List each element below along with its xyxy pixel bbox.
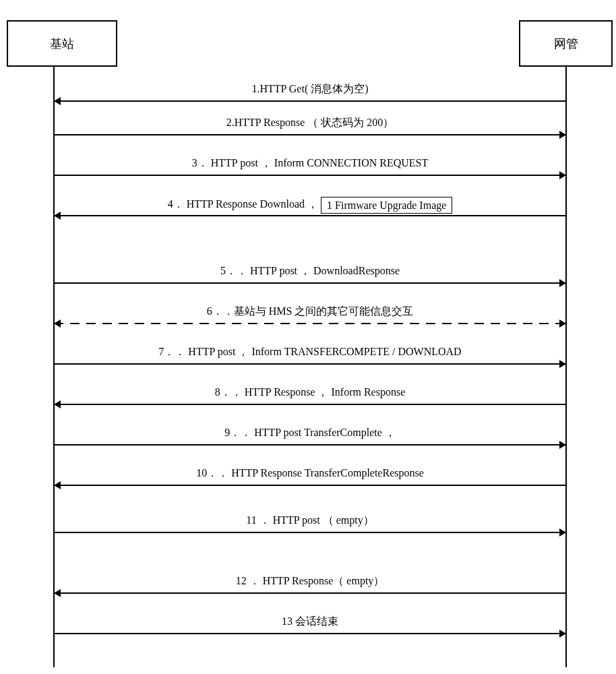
svg-marker-24 <box>54 589 61 597</box>
message-label-12: 12 ． HTTP Response（ empty） <box>54 574 566 587</box>
svg-marker-20 <box>54 481 61 489</box>
svg-marker-26 <box>559 630 566 638</box>
svg-marker-12 <box>559 319 566 328</box>
svg-marker-5 <box>559 171 566 179</box>
message-label-5: 5．． HTTP post ， DownloadResponse <box>54 264 566 277</box>
message-label-6: 6．．基站与 HMS 之间的其它可能信息交互 <box>54 305 566 317</box>
actor-right-label: 网管 <box>554 36 578 52</box>
message-label-2: 2.HTTP Response （ 状态码为 200） <box>54 116 566 129</box>
svg-marker-22 <box>559 528 566 537</box>
message-label-11: 11 ． HTTP post （ empty） <box>54 514 566 526</box>
actor-right-box: 网管 <box>519 20 613 67</box>
message-label-13: 13 会话结束 <box>54 615 566 627</box>
message-label-9: 9．． HTTP post TransferComplete ， <box>54 426 566 439</box>
svg-marker-1 <box>54 97 61 105</box>
svg-marker-18 <box>559 441 566 449</box>
message-label-8: 8．． HTTP Response ， Inform Response <box>54 386 566 398</box>
svg-marker-11 <box>54 319 61 328</box>
message-label-10: 10．． HTTP Response TransferCompleteRespo… <box>54 466 566 479</box>
message-label-1: 1.HTTP Get( 消息体为空) <box>54 82 566 95</box>
actor-left-label: 基站 <box>50 36 74 52</box>
message-param-box-4: 1 Firmware Upgrade Image <box>321 197 452 214</box>
sequence-arrows-svg <box>0 0 616 674</box>
message-label-4: 4． HTTP Response Download ， 1 Firmware U… <box>54 197 566 214</box>
message-label-7: 7．． HTTP post ， Inform TRANSFERCOMPETE /… <box>54 345 566 358</box>
svg-marker-16 <box>54 400 61 408</box>
svg-marker-3 <box>559 131 566 139</box>
actor-left-box: 基站 <box>7 20 117 67</box>
svg-marker-9 <box>559 279 566 287</box>
message-label-3: 3． HTTP post ， Inform CONNECTION REQUEST <box>54 156 566 169</box>
svg-marker-14 <box>559 360 566 368</box>
